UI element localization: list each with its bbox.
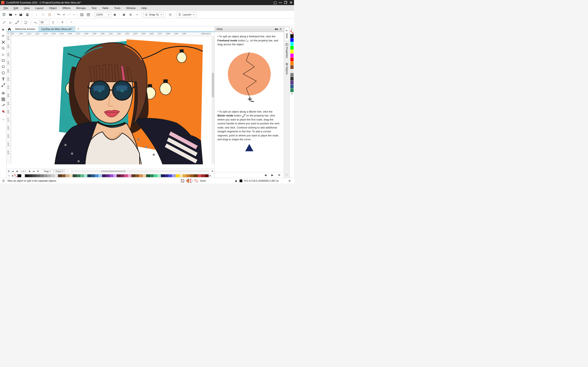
color-swatch[interactable] [290,69,294,73]
color-swatch[interactable] [73,174,76,177]
color-swatch[interactable] [146,174,150,177]
color-swatch[interactable] [172,174,176,177]
pick-tool[interactable] [0,27,6,33]
color-swatch[interactable] [62,174,65,177]
ruler-horizontal[interactable]: millimeters90100110120130140150160170180… [11,32,212,36]
ruler-vertical[interactable]: 2702602502402302202102001901801701601501… [7,36,11,164]
smoothing-spinner[interactable] [50,20,56,25]
undo-dropdown[interactable]: ▾ [62,12,65,17]
collapse-docker-icon[interactable]: ▶▶ [275,28,278,30]
palette-scroll-up[interactable]: ▲ [291,27,293,30]
auto-close-button[interactable] [24,20,29,25]
ellipse-tool[interactable] [0,64,6,69]
status-settings-icon[interactable]: ⚙ [287,178,292,184]
color-swatch[interactable] [154,174,157,177]
no-color-swatch[interactable] [14,174,17,177]
menu-edit[interactable]: Edit [11,5,21,11]
redo-button[interactable] [66,12,72,17]
hints-forward-button[interactable]: ▶ [269,172,275,178]
color-swatch[interactable] [164,174,168,177]
pattern-tool[interactable] [0,96,6,102]
hints-back-button[interactable]: ◀ [263,172,268,178]
color-swatch[interactable] [36,174,40,177]
color-swatch[interactable] [290,54,294,57]
prev-page-button[interactable]: ◀ [15,170,19,173]
add-docker-button[interactable]: + [284,172,290,178]
color-swatch[interactable] [76,174,80,177]
transparency-tool[interactable] [0,90,6,96]
add-page-before-icon[interactable]: ⊞ [7,170,11,173]
color-swatch[interactable] [54,174,58,177]
fullscreen-preview-button[interactable]: ▣ [112,12,118,17]
color-swatch[interactable] [25,174,29,177]
export-button[interactable] [86,12,91,17]
color-swatch[interactable] [190,174,194,177]
color-swatch[interactable] [128,174,131,177]
menu-view[interactable]: View [21,5,33,11]
open-dropdown[interactable]: ▾ [14,12,17,17]
close-button[interactable]: ✕ [289,1,293,4]
color-swatch[interactable] [109,174,113,177]
color-swatch[interactable] [290,65,294,69]
interactive-fill-tool[interactable] [0,82,6,88]
snap-to-group[interactable]: ⊘ Snap To ▼ [143,12,164,17]
color-swatch[interactable] [121,174,124,177]
fill-indicator[interactable] [187,179,192,183]
horizontal-scrollbar[interactable] [70,170,209,173]
color-swatch[interactable] [135,174,139,177]
color-swatch[interactable] [113,174,117,177]
color-swatch[interactable] [51,174,54,177]
menu-help[interactable]: Help [138,5,150,11]
zoom-tool[interactable] [0,45,6,51]
no-fill-swatch[interactable] [290,30,294,34]
color-swatch[interactable] [183,174,187,177]
rectangle-tool[interactable] [0,58,6,63]
add-button[interactable]: + [69,20,74,25]
menu-object[interactable]: Object [46,5,60,11]
zoom-combo[interactable]: 210%▼ [95,12,111,17]
bezier-mode-button[interactable] [14,20,20,25]
color-swatch[interactable] [198,174,201,177]
docker-tab-hints[interactable]: ? Hints [285,27,289,41]
save-button[interactable] [18,12,24,17]
redo-dropdown[interactable]: ▾ [73,12,76,17]
color-swatch[interactable] [143,174,146,177]
add-page-after-icon[interactable]: ⊞ [36,170,40,173]
minimize-button[interactable]: — [278,1,282,4]
color-swatch[interactable] [161,174,164,177]
color-swatch[interactable] [290,89,294,92]
cut-span-button[interactable]: ⁜ [60,20,65,25]
next-page-button[interactable]: ▶ [28,170,32,173]
print-button[interactable] [25,12,30,17]
launch-group[interactable]: ☰ Launch ▼ [177,12,197,17]
tab-welcome-screen[interactable]: Welcome Screen [12,26,38,32]
gear-icon[interactable] [2,179,5,183]
tab-document[interactable]: Cynthia de Melo Silva.cdr* [38,26,75,32]
color-swatch[interactable] [91,174,95,177]
palette-scroll-left[interactable]: ◀ [11,175,14,177]
color-swatch[interactable] [290,85,294,88]
color-swatch[interactable] [124,174,128,177]
guidelines-button[interactable]: ⊹ [134,12,140,17]
paste-button[interactable]: 📋 [47,12,52,17]
ruler-origin-icon[interactable] [7,32,11,36]
menu-effects[interactable]: Effects [60,5,73,11]
color-swatch[interactable] [29,174,32,177]
color-swatch[interactable] [139,174,143,177]
color-swatch[interactable] [21,174,25,177]
add-tab-button[interactable]: + [75,26,81,32]
crop-tool[interactable] [0,39,6,45]
color-swatch[interactable] [168,174,172,177]
color-swatch[interactable] [69,174,73,177]
close-docker-icon[interactable]: ✕ [279,27,282,31]
freehand-mode-button[interactable] [8,20,13,25]
page-tab-2[interactable]: Page 2 [53,169,65,173]
fill-tool[interactable] [0,109,6,114]
first-page-button[interactable]: ⏮ [11,170,15,173]
current-fill-swatch[interactable] [194,179,198,182]
navigator-icon[interactable]: ⊕ [210,170,214,173]
freehand-smoothing-input[interactable]: 50 [39,20,49,25]
shape-tool[interactable] [0,33,6,39]
color-swatch[interactable] [290,38,294,42]
vertical-scrollbar[interactable] [212,36,214,164]
